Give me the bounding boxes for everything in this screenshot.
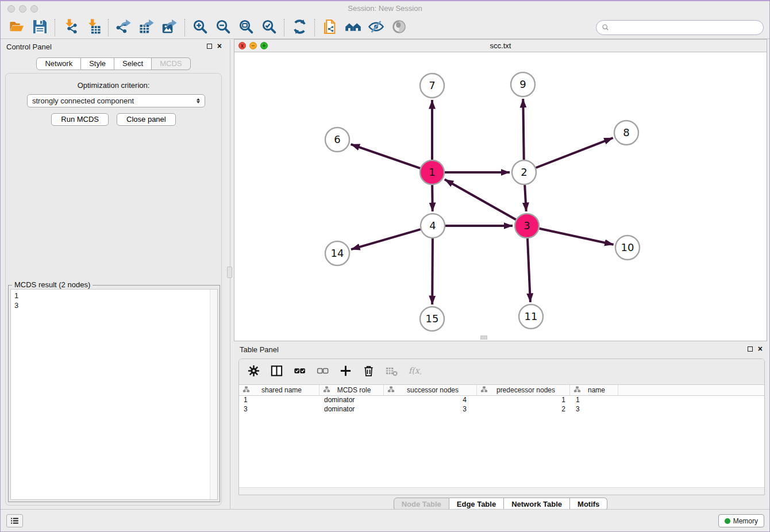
node-4[interactable]: 4 xyxy=(421,214,445,238)
export-network-button[interactable] xyxy=(112,18,135,37)
column-header-successor-nodes[interactable]: successor nodes xyxy=(384,385,477,395)
network-overview-button[interactable] xyxy=(341,18,364,37)
zoom-in-button[interactable] xyxy=(188,18,211,37)
svg-text:2: 2 xyxy=(521,166,527,178)
task-history-button[interactable] xyxy=(6,514,23,527)
node-1[interactable]: 1 xyxy=(420,160,444,184)
clone-network-icon xyxy=(322,18,338,37)
edge-4-15[interactable] xyxy=(432,238,433,304)
toolbar-separator xyxy=(108,19,109,36)
network-window-titlebar[interactable]: x − + scc.txt xyxy=(234,40,767,52)
node-14[interactable]: 14 xyxy=(325,241,349,265)
edge-2-9[interactable] xyxy=(523,99,523,160)
table-cell[interactable]: 3 xyxy=(239,405,319,414)
edge-1-6[interactable] xyxy=(351,144,421,168)
node-6[interactable]: 6 xyxy=(325,128,349,152)
export-image-button[interactable] xyxy=(158,18,181,37)
zoom-out-button[interactable] xyxy=(211,18,234,37)
edge-2-3[interactable] xyxy=(525,185,526,211)
table-hscroll[interactable] xyxy=(239,487,764,495)
run-mcds-button[interactable]: Run MCDS xyxy=(51,113,109,126)
node-8[interactable]: 8 xyxy=(614,121,638,145)
hide-selected-button[interactable] xyxy=(364,18,387,37)
table-row[interactable]: 1dominator411 xyxy=(239,396,764,405)
zoom-fit-icon xyxy=(238,18,255,37)
table-cell[interactable]: dominator xyxy=(319,396,384,405)
zoom-selected-button[interactable] xyxy=(257,18,280,37)
table-cell[interactable]: 3 xyxy=(570,405,618,414)
memory-status-icon xyxy=(725,518,730,524)
edge-4-14[interactable] xyxy=(351,229,421,249)
import-network-button[interactable] xyxy=(59,18,82,37)
delete-row-button[interactable] xyxy=(361,364,376,379)
tab-mcds[interactable]: MCDS xyxy=(152,57,190,70)
node-15[interactable]: 15 xyxy=(420,307,444,331)
edge-2-8[interactable] xyxy=(536,138,613,168)
settings-button[interactable] xyxy=(246,364,261,379)
select-all-button[interactable] xyxy=(292,364,307,379)
close-panel-icon[interactable]: × xyxy=(217,43,222,49)
table-cell[interactable]: 1 xyxy=(239,396,319,405)
search-box[interactable] xyxy=(596,20,764,35)
column-header-MCDS-role[interactable]: MCDS role xyxy=(319,385,384,395)
column-header-predecessor-nodes[interactable]: predecessor nodes xyxy=(477,385,570,395)
tab-style[interactable]: Style xyxy=(81,57,114,70)
node-9[interactable]: 9 xyxy=(511,72,535,97)
zoom-fit-button[interactable] xyxy=(234,18,257,37)
column-header-shared-name[interactable]: shared name xyxy=(239,385,319,395)
table-cell[interactable]: dominator xyxy=(319,405,384,414)
open-session-button[interactable] xyxy=(5,18,28,37)
show-all-button[interactable] xyxy=(387,18,410,37)
clone-network-button[interactable] xyxy=(318,18,341,37)
table-cell[interactable]: 1 xyxy=(570,396,618,405)
float-table-panel-icon[interactable] xyxy=(748,346,753,352)
canvas-hscroll-thumb[interactable] xyxy=(480,336,487,340)
edge-3-10[interactable] xyxy=(540,229,614,245)
tab-network[interactable]: Network xyxy=(36,57,81,70)
show-all-icon xyxy=(391,18,407,37)
network-canvas[interactable]: 7968124314101511 xyxy=(234,52,767,341)
toolbar-separator xyxy=(184,19,185,36)
memory-button[interactable]: Memory xyxy=(718,514,764,527)
mcds-result-textarea[interactable]: 13 xyxy=(10,289,218,500)
add-row-button[interactable] xyxy=(338,364,353,379)
node-10[interactable]: 10 xyxy=(615,236,640,260)
node-11[interactable]: 11 xyxy=(519,304,543,329)
attribute-icon xyxy=(242,385,252,395)
edge-1-4[interactable] xyxy=(432,185,433,211)
table-cell[interactable]: 3 xyxy=(384,405,477,414)
function-builder-icon: f(x) xyxy=(408,364,421,379)
edge-3-11[interactable] xyxy=(528,238,530,302)
save-session-button[interactable] xyxy=(28,18,51,37)
table-toolbar: f(x) xyxy=(239,359,764,384)
column-header-name[interactable]: name xyxy=(570,385,618,395)
close-panel-button[interactable]: Close panel xyxy=(117,113,176,126)
table-panel: Table Panel × f(x) shared nameMCDS roles… xyxy=(234,342,767,510)
import-table-button[interactable] xyxy=(82,18,105,37)
mcds-result-title: MCDS result (2 nodes) xyxy=(12,280,93,289)
table-cell[interactable]: 4 xyxy=(384,396,477,405)
deselect-all-button[interactable] xyxy=(315,364,330,379)
table-panel-header: Table Panel × xyxy=(234,342,767,357)
result-scrollbar[interactable] xyxy=(210,290,217,499)
show-columns-button[interactable] xyxy=(269,364,284,379)
network-graph[interactable]: 7968124314101511 xyxy=(234,52,767,341)
export-table-button[interactable] xyxy=(135,18,158,37)
refresh-layout-button[interactable] xyxy=(288,18,311,37)
criterion-select[interactable]: strongly connected component xyxy=(27,94,205,107)
float-panel-icon[interactable] xyxy=(207,44,212,49)
node-2[interactable]: 2 xyxy=(512,160,536,184)
edge-3-1[interactable] xyxy=(445,179,516,219)
table-cell[interactable]: 2 xyxy=(477,405,570,414)
node-3[interactable]: 3 xyxy=(515,214,539,238)
criterion-value: strongly connected component xyxy=(32,97,197,105)
close-table-panel-icon[interactable]: × xyxy=(758,345,763,352)
table-row[interactable]: 3dominator323 xyxy=(239,405,764,414)
node-7[interactable]: 7 xyxy=(420,74,444,98)
panel-splitter-handle[interactable] xyxy=(227,267,232,278)
table-cell[interactable]: 1 xyxy=(477,396,570,405)
search-input[interactable] xyxy=(610,22,763,33)
tab-select[interactable]: Select xyxy=(114,57,152,70)
memory-label: Memory xyxy=(733,517,758,525)
list-icon xyxy=(10,516,20,526)
